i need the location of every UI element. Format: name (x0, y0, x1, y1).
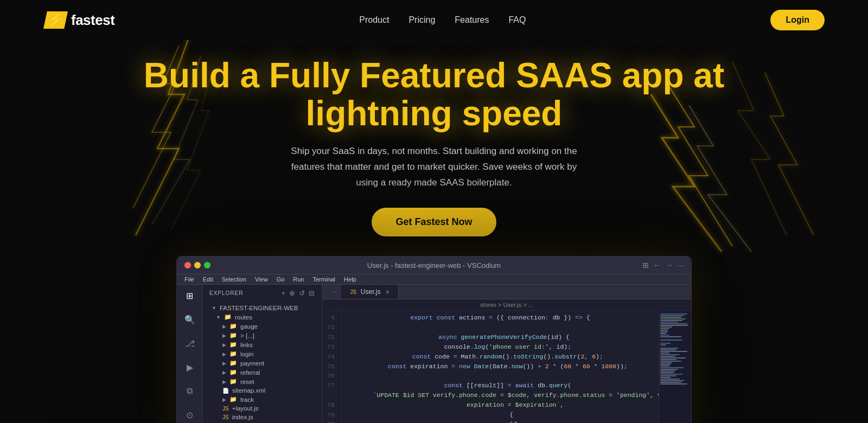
maximize-window-icon[interactable] (204, 262, 210, 268)
editor-tabs: ··· JS User.js ✕ (322, 285, 691, 299)
nav-product-link[interactable]: Product (359, 15, 389, 24)
minimap-content (659, 311, 691, 387)
editor-minimap (659, 311, 691, 423)
extensions-activity-icon[interactable]: ⧉ (183, 384, 196, 398)
cta-button[interactable]: Get Fastest Now (372, 208, 496, 236)
file-explorer: EXPLORER + ⊕ ↺ ⊟ ▼ FASTEST-ENGINEER-WEB … (203, 285, 322, 423)
editor-area: ··· JS User.js ✕ stores > User.js > ... … (322, 285, 691, 423)
remote-activity-icon[interactable]: ⊙ (183, 408, 196, 421)
menu-file[interactable]: File (184, 276, 194, 283)
login-button[interactable]: Login (770, 10, 825, 30)
vscode-title: User.js - fastest-engineer-web - VSCodiu… (367, 261, 501, 270)
vscode-window-controls (184, 262, 210, 268)
menu-selection[interactable]: Selection (222, 276, 246, 283)
hero-section: Build a Fully Featured SAAS app at light… (0, 40, 868, 423)
expand-icon[interactable]: → (665, 261, 673, 270)
menu-terminal[interactable]: Terminal (313, 276, 336, 283)
tree-item[interactable]: ▶📁reset (203, 377, 322, 386)
collapse-all-icon[interactable]: ⊟ (309, 289, 315, 297)
navbar: ⚡ fastest Product Pricing Features FAQ L… (0, 0, 868, 40)
editor-tab-userjs[interactable]: JS User.js ✕ (341, 285, 398, 299)
line-numbers: 4717273747576777879808182838485868788899… (322, 311, 342, 423)
tree-item[interactable]: JSindex.js (203, 413, 322, 421)
menu-run[interactable]: Run (293, 276, 304, 283)
debug-activity-icon[interactable]: ▶ (183, 361, 196, 374)
nav-features-link[interactable]: Features (455, 15, 489, 24)
tree-item[interactable]: ▶📁referral (203, 368, 322, 377)
collapse-icon[interactable]: ← (653, 261, 661, 270)
tree-item[interactable]: ▼📁routes (203, 312, 322, 322)
vscode-window: User.js - fastest-engineer-web - VSCodiu… (176, 256, 692, 423)
close-window-icon[interactable] (184, 262, 191, 268)
tab-overflow-icon[interactable]: ··· (328, 285, 341, 298)
explorer-header: EXPLORER + ⊕ ↺ ⊟ (203, 285, 322, 302)
logo-bolt: ⚡ (43, 11, 68, 29)
tree-item[interactable]: ▶📁links (203, 340, 322, 349)
menu-help[interactable]: Help (344, 276, 356, 283)
explorer-header-icons: + ⊕ ↺ ⊟ (281, 289, 315, 297)
tree-item[interactable]: ▶📁> [...] (203, 331, 322, 340)
nav-links: Product Pricing Features FAQ (359, 15, 526, 25)
tree-item[interactable]: ▶📁track (203, 395, 322, 404)
minimize-window-icon[interactable] (194, 262, 201, 268)
file-tree: ▼ FASTEST-ENGINEER-WEB ▼📁routes ▶📁gauge … (203, 302, 322, 423)
menu-edit[interactable]: Edit (203, 276, 213, 283)
more-options-icon[interactable]: ··· (677, 261, 684, 270)
tree-item[interactable]: ▶📁login (203, 349, 322, 358)
hero-content: Build a Fully Featured SAAS app at light… (0, 56, 868, 236)
editor-breadcrumb: stores > User.js > ... (322, 299, 691, 311)
vscode-body: ⊞ 🔍 ⎇ ▶ ⧉ ⊙ EXPLORER + ⊕ ↺ ⊟ (177, 285, 691, 423)
new-folder-icon[interactable]: ⊕ (289, 289, 296, 297)
logo-text: fastest (71, 12, 114, 29)
tree-item[interactable]: 📄sitemap.xml (203, 386, 322, 395)
git-activity-icon[interactable]: ⎇ (183, 337, 196, 350)
chevron-icon: ▼ (212, 305, 216, 311)
activity-bar: ⊞ 🔍 ⎇ ▶ ⧉ ⊙ (177, 285, 203, 423)
nav-faq-link[interactable]: FAQ (508, 15, 526, 24)
split-editor-icon[interactable]: ⊞ (642, 261, 649, 270)
refresh-icon[interactable]: ↺ (299, 289, 305, 297)
hero-subtitle: Ship your SaaS in days, not months. Star… (282, 144, 586, 191)
tree-item[interactable]: ▶📁payment (203, 358, 322, 368)
vscode-menubar: File Edit Selection View Go Run Terminal… (177, 274, 691, 285)
tree-item[interactable]: JS+layout.js (203, 404, 322, 413)
nav-pricing-link[interactable]: Pricing (409, 15, 435, 24)
project-name: FASTEST-ENGINEER-WEB (220, 305, 298, 311)
search-activity-icon[interactable]: 🔍 (183, 313, 196, 326)
vscode-window-extra-controls: ⊞ ← → ··· (642, 261, 684, 270)
editor-code: 4717273747576777879808182838485868788899… (322, 311, 691, 423)
vscode-titlebar: User.js - fastest-engineer-web - VSCodiu… (177, 257, 691, 274)
code-content: export const actions = ({ connection: db… (342, 311, 659, 423)
tree-item[interactable]: ▶📁gauge (203, 322, 322, 331)
explorer-activity-icon[interactable]: ⊞ (183, 289, 196, 302)
menu-go[interactable]: Go (277, 276, 285, 283)
tab-close-icon[interactable]: ✕ (385, 289, 390, 295)
new-file-icon[interactable]: + (281, 289, 286, 297)
project-root[interactable]: ▼ FASTEST-ENGINEER-WEB (203, 304, 322, 312)
menu-view[interactable]: View (255, 276, 268, 283)
hero-headline: Build a Fully Featured SAAS app at light… (0, 56, 868, 133)
logo[interactable]: ⚡ fastest (43, 11, 114, 29)
